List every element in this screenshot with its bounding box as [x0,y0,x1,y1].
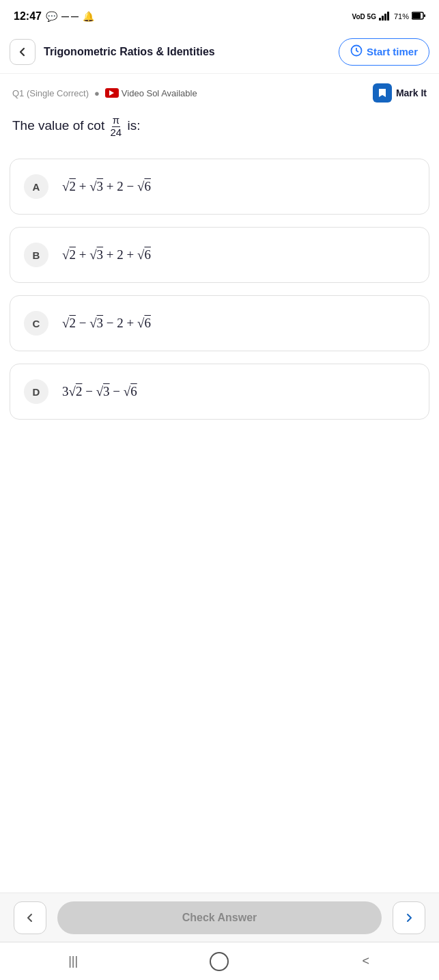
page-title: Trigonometric Ratios & Identities [36,46,339,58]
next-button[interactable] [393,901,425,934]
svg-rect-0 [379,18,381,21]
mark-it-label: Mark It [396,87,427,98]
status-icons: VoD 5G 71% [352,11,425,22]
battery-icon [412,12,425,21]
svg-rect-1 [382,16,384,21]
fraction: π 24 [109,115,122,138]
battery-percent: 71% [394,12,409,21]
prev-button[interactable] [14,901,46,934]
option-d[interactable]: D 3√2 − √3 − √6 [10,364,429,420]
option-a[interactable]: A √2 + √3 + 2 − √6 [10,159,429,215]
signal-strength [379,11,391,22]
separator: ● [94,88,100,98]
option-a-label: A [24,174,48,199]
option-c[interactable]: C √2 − √3 − 2 + √6 [10,295,429,351]
svg-rect-6 [424,14,425,17]
signal-bars: — — [61,12,79,21]
back-icon: < [363,954,370,968]
svg-rect-3 [387,12,389,21]
status-bar: 12:47 💬 — — 🔔 VoD 5G 71% [0,0,439,30]
question-meta: Q1 (Single Correct) ● Video Sol Availabl… [0,74,439,108]
option-b-label: B [24,243,48,267]
option-c-label: C [24,311,48,336]
bottom-bar: Check Answer [0,893,439,942]
svg-rect-5 [412,13,421,18]
option-d-math: 3√2 − √3 − √6 [62,383,137,401]
option-b[interactable]: B √2 + √3 + 2 + √6 [10,227,429,283]
time-display: 12:47 [14,10,42,23]
question-prefix: The value of cot [12,118,104,133]
video-icon [105,88,119,98]
video-sol-label: Video Sol Available [122,88,197,98]
check-answer-button[interactable]: Check Answer [57,901,382,934]
mark-it-button[interactable]: Mark It [373,83,427,103]
network-label: VoD 5G [352,13,376,21]
android-back-button[interactable]: < [293,942,439,980]
video-solution-badge[interactable]: Video Sol Available [105,88,197,98]
bookmark-icon [373,83,392,103]
status-time: 12:47 💬 — — 🔔 [14,10,94,23]
bell-icon: 🔔 [83,11,94,22]
question-suffix: is: [127,118,140,133]
options-container: A √2 + √3 + 2 − √6 B √2 + √3 + 2 + √6 C … [0,159,439,420]
back-button[interactable] [10,39,36,65]
question-text: The value of cot π 24 is: [0,108,439,159]
android-home-button[interactable] [146,942,292,980]
clock-icon [350,44,363,59]
messaging-icon: 💬 [46,11,57,22]
option-b-math: √2 + √3 + 2 + √6 [62,246,151,264]
option-d-label: D [24,379,48,404]
timer-label: Start timer [367,46,418,57]
question-fraction: π 24 [108,118,127,133]
header: Trigonometric Ratios & Identities Start … [0,30,439,74]
home-icon [210,952,229,971]
start-timer-button[interactable]: Start timer [339,38,429,66]
android-nav-bar: ||| < [0,942,439,980]
android-recent-button[interactable]: ||| [0,942,146,980]
recent-icon: ||| [68,954,78,968]
svg-rect-2 [384,14,386,21]
option-c-math: √2 − √3 − 2 + √6 [62,314,151,333]
question-type: Q1 (Single Correct) [12,88,89,98]
option-a-math: √2 + √3 + 2 − √6 [62,178,151,196]
